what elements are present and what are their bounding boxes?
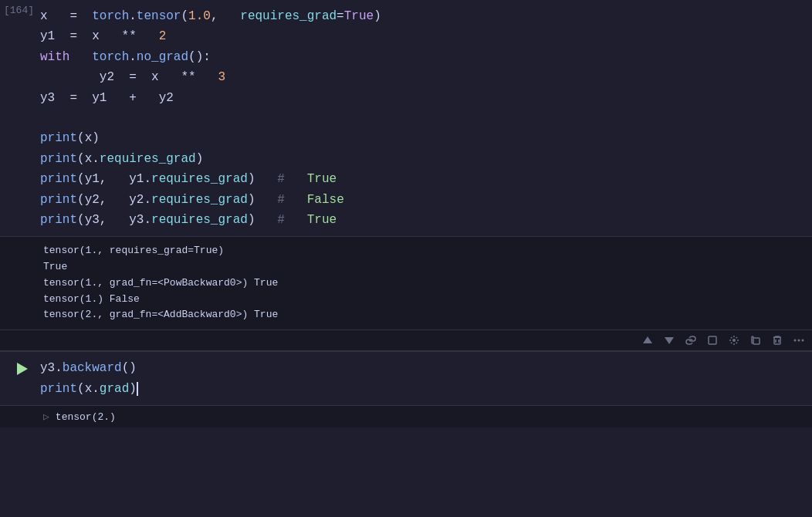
code-line-blank bbox=[40, 108, 806, 128]
output-bottom-text: tensor(2.) bbox=[56, 411, 116, 423]
code-line-5: y3 = y1 + y2 bbox=[40, 88, 806, 108]
code-area-top[interactable]: x = torch.tensor(1.0, requires_grad=True… bbox=[37, 0, 812, 236]
toolbar-more-btn[interactable] bbox=[790, 333, 807, 347]
svg-point-10 bbox=[802, 340, 804, 342]
svg-marker-1 bbox=[665, 337, 674, 344]
notebook-container: [164] x = torch.tensor(1.0, requires_gra… bbox=[0, 0, 812, 517]
svg-point-8 bbox=[794, 340, 797, 342]
output-line-4: tensor(1.) False bbox=[43, 292, 806, 308]
code-edit-area[interactable]: y3.backward() print(x.grad) bbox=[37, 352, 812, 405]
toolbar-delete-btn[interactable] bbox=[769, 333, 786, 347]
output-line-3: tensor(1., grad_fn=<PowBackward0>) True bbox=[43, 275, 806, 292]
code-line-1: x = torch.tensor(1.0, requires_grad=True… bbox=[40, 6, 806, 26]
toolbar-square-btn[interactable] bbox=[704, 333, 721, 347]
code-line-3: with torch.no_grad(): bbox=[40, 47, 806, 67]
output-line-5: tensor(2., grad_fn=<AddBackward0>) True bbox=[43, 307, 806, 323]
code-line-4: y2 = x ** 3 bbox=[40, 67, 806, 87]
run-button[interactable] bbox=[14, 363, 34, 375]
output-area-bottom: ▷ tensor(2.) bbox=[0, 405, 812, 427]
code-line-print4: print(y2, y2.requires_grad) # False bbox=[40, 190, 806, 210]
text-cursor bbox=[137, 382, 138, 396]
svg-point-9 bbox=[798, 340, 800, 342]
toolbar-down-btn[interactable] bbox=[661, 333, 678, 347]
code-line-print2: print(x.requires_grad) bbox=[40, 149, 806, 169]
code-line-print-xgrad[interactable]: print(x.grad) bbox=[40, 379, 809, 399]
cell-bottom-gutter bbox=[0, 352, 37, 405]
svg-rect-2 bbox=[709, 336, 716, 344]
output-line-1: tensor(1., requires_grad=True) bbox=[43, 243, 806, 259]
toolbar-up-btn[interactable] bbox=[639, 333, 656, 347]
code-line-print5: print(y3, y3.requires_grad) # True bbox=[40, 210, 806, 230]
cell-toolbar bbox=[0, 329, 812, 350]
code-cell-top: [164] x = torch.tensor(1.0, requires_gra… bbox=[0, 0, 812, 236]
toolbar-settings-btn[interactable] bbox=[726, 333, 743, 347]
code-line-print1: print(x) bbox=[40, 128, 806, 148]
toolbar-copy-btn[interactable] bbox=[747, 333, 764, 347]
output-line-2: True bbox=[43, 259, 806, 275]
cell-number: [164] bbox=[0, 0, 37, 236]
code-line-print3: print(y1, y1.requires_grad) # True bbox=[40, 169, 806, 189]
code-cell-bottom: y3.backward() print(x.grad) bbox=[0, 350, 812, 405]
output-arrow-icon: ▷ bbox=[43, 411, 49, 423]
svg-point-3 bbox=[732, 339, 736, 342]
toolbar-link-btn[interactable] bbox=[682, 333, 699, 347]
svg-rect-4 bbox=[753, 338, 760, 344]
code-line-y3backward: y3.backward() bbox=[40, 358, 809, 378]
code-line-2: y1 = x ** 2 bbox=[40, 26, 806, 46]
svg-rect-5 bbox=[774, 337, 780, 344]
svg-marker-0 bbox=[643, 336, 652, 343]
output-area-top: tensor(1., requires_grad=True) True tens… bbox=[0, 236, 812, 329]
run-triangle-icon bbox=[17, 363, 28, 375]
